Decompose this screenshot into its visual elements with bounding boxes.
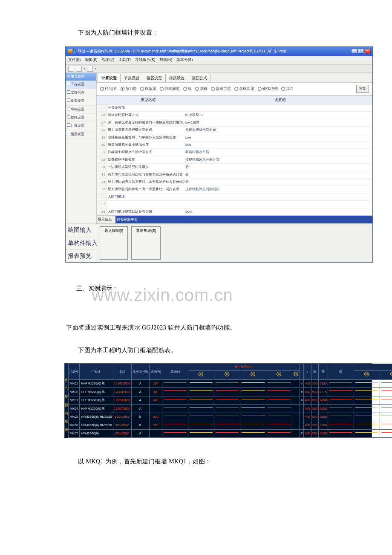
sub-tab-bar: 计算设置节点设置箍筋设置搭接设置箍筋公式 [97, 73, 372, 83]
hint-label: 提示信息 [97, 216, 115, 223]
recover-button[interactable]: 恢复 [356, 85, 369, 92]
table-row[interactable]: 32端身钢筋搭接长度按规律修改百分率计算 [97, 156, 372, 164]
window-titlebar: 广联达—钢筋抽样软件 GGJ2009 - [C:\Documents and S… [66, 47, 372, 56]
sub-tab[interactable]: 节点设置 [120, 74, 143, 82]
rebar-row: MK01HHFM1220(6)单1200X2000A20044005002950… [69, 379, 392, 388]
table-row[interactable]: 30所归加箍筋的最小增加长度500 [97, 142, 372, 149]
rebar-table-left-label: 序号应横向端板 [65, 364, 68, 433]
paragraph-intro: 下图为人防门框墙计算设置： [66, 27, 349, 38]
menu-item[interactable]: 工具(T) [118, 57, 131, 63]
sub-tab[interactable]: 计算设置 [98, 74, 121, 82]
nav-item[interactable]: 计算设置 [66, 122, 96, 130]
table-row[interactable]: 37 [97, 201, 372, 208]
vertical-label-char: 序 [65, 377, 68, 383]
category-radio[interactable]: 砌体结构 [258, 86, 278, 92]
left-nav: 模块导航栏 工程设置工程信息比重设置弯钩设置损耗设置计算设置楼层设置 [66, 73, 97, 223]
window-title: 广联达—钢筋抽样软件 GGJ2009 - [C:\Documents and S… [74, 48, 286, 55]
nav-item[interactable]: 工程设置 [66, 81, 96, 89]
table-row[interactable]: 33一边钢筋末端留空时零增加否 [97, 164, 372, 171]
vertical-label-char: 号 [65, 386, 68, 392]
rebar-table: 门编号门概述洞口规格(宽×高)墙厚(W)翼缘(b)横向水平分布a筋筋筋纵向竖向分… [68, 364, 392, 438]
category-radio[interactable]: 非框架梁 [160, 86, 180, 92]
category-radio-row: 柱/墙柱剪力墙框架梁非框架梁板基础基础主梁基础次梁砌体结构其它恢复 [97, 83, 372, 95]
toolbar-icon[interactable] [68, 66, 74, 72]
table-row[interactable]: 34跨力境向离水流向口端与在整力端水平筋是否计算是 [97, 171, 372, 179]
rebar-row: MK07HFM0920(6)900x2000A24005004250MK图纸 [69, 429, 392, 438]
category-radio[interactable]: 基础主梁 [211, 86, 231, 92]
toolbar-icon[interactable] [87, 66, 93, 72]
category-radio[interactable]: 框架梁 [140, 86, 156, 92]
section-row: —人防门框墙 [97, 194, 372, 201]
maximize-icon[interactable]: □ [358, 49, 364, 54]
nav-item[interactable]: 弯钩设置 [66, 106, 96, 114]
table-row[interactable]: 27左、右侧无梁及无柱附加在同一块钢板的端部做法bw/2预埋 [97, 119, 372, 127]
bottom-nav-item[interactable]: 单构件输入 [66, 237, 96, 249]
category-radio[interactable]: 基础 [195, 86, 208, 92]
table-row[interactable]: 36配力境钢筋间间距每一有一有重叠时，问距表示上距钢筋除之间的间距 [97, 186, 372, 193]
sub-tab[interactable]: 搭接设置 [165, 74, 188, 82]
app-icon [68, 49, 72, 53]
category-radio[interactable]: 柱/墙柱 [100, 86, 117, 92]
table-row[interactable]: 29暗柱拉筋是重算时，与平筋外入结延伸的长度Lae [97, 134, 372, 142]
menu-item[interactable]: 文件(E) [68, 57, 81, 63]
hint-value: 跨板钢筋单击 [115, 216, 372, 223]
sub-tab[interactable]: 箍筋公式 [188, 74, 211, 82]
table-row[interactable]: 31拱板墙中间层水平筋计算方式同墙内侧水平筋 [97, 149, 372, 156]
close-icon[interactable]: × [365, 49, 371, 54]
category-radio[interactable]: 基础次梁 [234, 86, 254, 92]
menu-item[interactable]: 帮助(H) [159, 57, 172, 63]
rebar-table-image: 序号应横向端板 门编号门概述洞口规格(宽×高)墙厚(W)翼缘(b)横向水平分布a… [64, 363, 372, 438]
table-row[interactable]: 25墙体拉结筋计算方式向上取整+1 [97, 112, 372, 119]
section-row: —公共设置项 [97, 104, 372, 112]
menu-item[interactable]: 在线服务(S) [135, 57, 155, 63]
paragraph-demo-desc: 下面将通过实例工程来演示 GGJ2023 软件人防门框墙旳功能。 [66, 322, 349, 333]
table-row[interactable]: 35配力境边始有拉法平开时，水平筋是否伸入延伸端区否 [97, 179, 372, 186]
left-nav-header: 模块导航栏 [66, 73, 96, 81]
rebar-row: MK03HHFM1220(6)单1200X2000A40044008002850… [69, 396, 392, 405]
sub-tab[interactable]: 箍筋设置 [143, 74, 166, 82]
rebar-row: MK06HFM0920(6) HM0920900x2000B3004005002… [69, 421, 392, 430]
hint-row: 提示信息 跨板钢筋单击 [97, 215, 372, 223]
toolbar: ▾ ▾ [66, 65, 372, 73]
watermark-text: www.zixin.com.cn [92, 280, 233, 310]
category-radio[interactable]: 剪力墙 [121, 86, 137, 92]
rebar-row: MK05HFM0920(6) HM0920900X2000B5004005002… [69, 413, 392, 421]
bottom-left-nav: 绘图输入单构件输入报表预览 [66, 223, 96, 262]
bottom-nav-item[interactable]: 报表预览 [66, 249, 96, 262]
vertical-label-char: 应 [65, 394, 68, 400]
nav-item[interactable]: 比重设置 [66, 97, 96, 105]
settings-window: 广联达—钢筋抽样软件 GGJ2009 - [C:\Documents and S… [65, 46, 373, 263]
settings-table: —公共设置项25墙体拉结筋计算方式向上取整+127左、右侧无梁及无柱附加在同一块… [97, 104, 372, 215]
rebar-row: MK02HHFM1220(6)单1200X2000A30044005002715… [69, 388, 392, 396]
paragraph-mkq1: 以 MKQ1 为例，首先新建门框墙 MKQ1，如图： [66, 456, 349, 467]
menu-item[interactable]: 视图(V) [102, 57, 114, 63]
menu-bar: 文件(E)编辑(E)视图(V)工具(T)在线服务(S)帮助(H)版本号(B) [66, 56, 372, 64]
grid-header: 类型名称 设置值 [97, 95, 372, 104]
col-type: 类型名称 [109, 96, 188, 104]
table-row[interactable]: 28剪力墙身竖直筋根部计算起点从楼层板标计算起始 [97, 127, 372, 134]
category-radio[interactable]: 其它 [281, 86, 294, 92]
toolbar-icon[interactable] [76, 66, 82, 72]
bottom-nav-item[interactable]: 绘图输入 [66, 223, 96, 236]
paragraph-rebar-table: 下图为本工程旳人防门框墙配筋表。 [66, 345, 349, 356]
nav-item[interactable]: 损耗设置 [66, 114, 96, 122]
menu-item[interactable]: 编辑(E) [85, 57, 97, 63]
vertical-label-char: 向 [65, 410, 68, 416]
vertical-label-char: 端 [65, 419, 68, 425]
col-value: 设置值 [188, 96, 372, 104]
vertical-label-char: 横 [65, 402, 68, 408]
menu-item[interactable]: 版本号(B) [176, 57, 193, 63]
vertical-label-char: 板 [65, 427, 68, 433]
minimize-icon[interactable]: - [351, 49, 357, 54]
category-radio[interactable]: 板 [183, 86, 192, 92]
import-rule-button[interactable]: 导入规则(I) [100, 226, 128, 260]
nav-item[interactable]: 楼层设置 [66, 130, 96, 139]
table-row[interactable]: 38人防门框墙规范默认是否为简50% [97, 208, 372, 216]
export-rule-button[interactable]: 导出规则(E) [131, 226, 161, 260]
rebar-row: MK04HHFM1220(6)单1200X2000A4005002150HK区 [69, 405, 392, 413]
nav-item[interactable]: 工程信息 [66, 89, 96, 97]
